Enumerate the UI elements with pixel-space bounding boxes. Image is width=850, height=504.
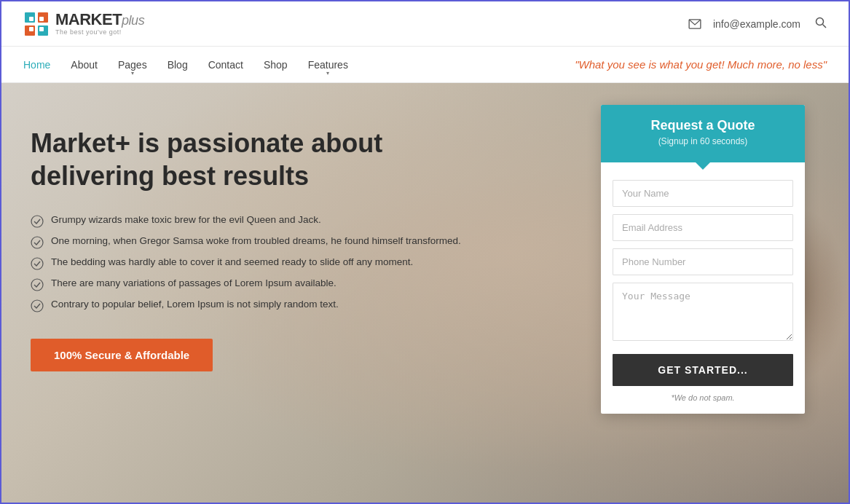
list-item: Contrary to popular belief, Lorem Ipsum … [31,299,468,312]
check-circle-icon [31,215,44,228]
get-started-button[interactable]: GET STARTED... [613,354,793,386]
quote-form: Request a Quote (Signup in 60 seconds) G… [601,105,805,414]
logo: MARKETplus The best you've got! [23,11,144,37]
nav-link-about[interactable]: About [71,59,98,71]
no-spam-text: *We do not spam. [613,393,793,402]
nav-link-home[interactable]: Home [23,59,50,71]
name-input[interactable] [613,180,793,207]
email-icon [688,19,701,29]
svg-point-13 [31,258,43,269]
nav-item-pages[interactable]: Pages ▾ [118,59,147,71]
check-circle-icon [31,236,44,249]
cta-button[interactable]: 100% Secure & Affordable [31,339,213,371]
svg-point-15 [31,300,43,312]
nav-tagline: "What you see is what you get! Much more… [575,58,827,71]
svg-rect-4 [29,17,34,21]
nav-link-features[interactable]: Features [308,59,348,71]
logo-icon [23,11,50,37]
nav-item-contact[interactable]: Contact [208,58,243,71]
check-circle-icon [31,278,44,291]
nav-item-about[interactable]: About [71,58,98,71]
phone-input[interactable] [613,248,793,275]
list-item: There are many variations of passages of… [31,277,468,291]
svg-rect-6 [29,27,34,31]
list-item: Grumpy wizards make toxic brew for the e… [31,214,468,228]
logo-text: MARKETplus The best you've got! [55,11,144,36]
check-circle-icon [31,257,44,270]
nav-link-contact[interactable]: Contact [208,59,243,71]
list-item: The bedding was hardly able to cover it … [31,256,468,270]
quote-form-title: Request a Quote [613,118,793,133]
quote-form-subtitle: (Signup in 60 seconds) [613,136,793,146]
svg-point-9 [816,17,824,25]
email-address: info@example.com [713,18,800,30]
quote-form-header: Request a Quote (Signup in 60 seconds) [601,105,805,162]
top-bar: MARKETplus The best you've got! info@exa… [1,1,849,47]
svg-point-11 [31,216,43,227]
nav-link-blog[interactable]: Blog [168,59,188,71]
nav-link-shop[interactable]: Shop [264,59,288,71]
svg-rect-7 [39,27,44,31]
message-input[interactable] [613,283,793,341]
nav-item-shop[interactable]: Shop [264,58,288,71]
search-icon[interactable] [815,17,827,31]
hero-section: Market+ is passionate about delivering b… [1,83,849,504]
svg-point-12 [31,237,43,248]
logo-main-text: MARKETplus [55,11,144,28]
pages-arrow-icon: ▾ [131,70,134,76]
nav-item-home[interactable]: Home [23,58,50,71]
features-arrow-icon: ▾ [326,70,329,76]
svg-point-14 [31,279,43,291]
nav-links: Home About Pages ▾ Blog Contact Shop Fea… [23,58,348,71]
quote-form-body: GET STARTED... *We do not spam. [601,162,805,414]
svg-rect-5 [39,17,44,21]
top-bar-right: info@example.com [688,17,827,31]
email-input[interactable] [613,214,793,241]
hero-list: Grumpy wizards make toxic brew for the e… [31,214,468,312]
hero-title: Market+ is passionate about delivering b… [31,127,468,192]
list-item: One morning, when Gregor Samsa woke from… [31,235,468,249]
logo-sub-text: The best you've got! [55,29,144,36]
svg-line-10 [823,24,827,28]
nav-bar: Home About Pages ▾ Blog Contact Shop Fea… [1,47,849,83]
check-circle-icon [31,299,44,312]
hero-content: Market+ is passionate about delivering b… [1,83,497,415]
nav-item-blog[interactable]: Blog [168,58,188,71]
nav-item-features[interactable]: Features ▾ [308,59,348,71]
nav-link-pages[interactable]: Pages [118,59,147,71]
